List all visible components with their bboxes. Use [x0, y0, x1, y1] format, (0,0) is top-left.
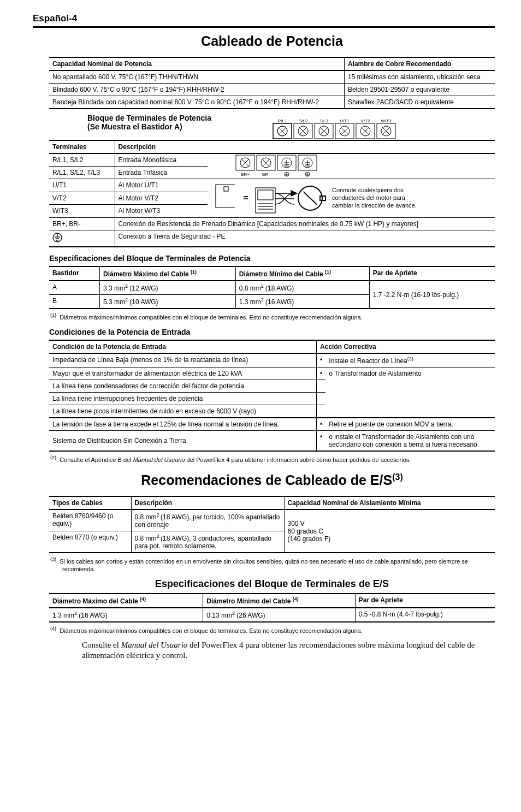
td: 1.3 mm2 (16 AWG) [49, 608, 203, 622]
cond-title: Condiciones de la Potencia de Entrada [49, 328, 495, 336]
td: Conexión de Resistencia de Frenado Dinám… [115, 218, 495, 230]
th-wire: Alambre de Cobre Recomendado [344, 57, 495, 70]
th-bastidor: Bastidor [49, 266, 100, 281]
td: W/T3 [49, 205, 115, 218]
td-action: o instale el Transformador de Aislamient… [325, 430, 495, 451]
td-par-apriete: 1.7 -2.2 N-m (16-19 lbs-pulg.) [369, 281, 495, 309]
td: Mayor que el transformador de alimentaci… [49, 367, 317, 380]
td-ground-symbol [49, 230, 115, 247]
terminal-row-top-icon: R/L1 S/L2 T/L3 U/T1 V/T2 W/T3 [272, 118, 398, 140]
th-par: Par de Apriete [355, 594, 495, 608]
footnote-4: (4) Diámetros máximos/mínimos compatible… [50, 626, 495, 635]
td: V/T2 [49, 192, 115, 205]
td: 3.3 mm2 (12 AWG) [100, 281, 236, 295]
terminal-block-title-l2: (Se Muestra el Bastidor A) [87, 122, 272, 131]
th-descripcion: Descripción [115, 140, 495, 153]
th-desc: Descripción [131, 496, 284, 509]
svg-rect-56 [224, 187, 228, 191]
power-spec-table: Bastidor Diámetro Máximo del Cable (1) D… [49, 266, 495, 309]
th-condition: Condición de la Potencia de Entrada [49, 340, 317, 353]
footnote-3: (3) Si los cables son cortos y están con… [50, 556, 495, 573]
td: Belden 8770 (o equiv.) [49, 531, 131, 553]
td: Blindado 600 V, 75°C o 90°C (167°F o 194… [49, 84, 344, 96]
page-header: Español-4 [33, 13, 495, 24]
td: Al Motor U/T1 [115, 179, 208, 192]
th-max-cable: Diámetro Máximo del Cable (1) [100, 266, 236, 281]
term-label-sl2: S/L2 [299, 118, 308, 123]
motor-note-l3: cambiar la dirección de avance. [332, 202, 417, 210]
th-cap: Capacidad Nominal de Aislamiento Mínima [284, 496, 495, 509]
td: Conexión a Tierra de Seguridad - PE [115, 230, 495, 247]
bullet: • [317, 353, 326, 368]
td: 0.8 mm2 (18 AWG), par torcido, 100% apan… [131, 509, 284, 531]
td: Al Motor W/T3 [115, 205, 208, 218]
td: La línea tiene condensadores de correcci… [49, 380, 317, 392]
td: Entrada Monofásica [115, 153, 208, 167]
ground-icon [52, 233, 62, 242]
io-cable-table: Tipos de Cables Descripción Capacidad No… [49, 496, 495, 553]
td: Belden 8760/9460 (o equiv.) [49, 509, 131, 531]
td: Bandeja Blindada con capacidad nominal 6… [49, 96, 344, 109]
td: 1.3 mm2 (16 AWG) [235, 295, 369, 309]
spec-title: Especificaciones del Bloque de Terminale… [49, 254, 495, 263]
td: 15 milésimas con aislamiento, ubicación … [344, 70, 495, 84]
svg-rect-58 [258, 190, 273, 200]
th-par-apriete: Par de Apriete [369, 266, 495, 281]
th-min: Diámetro Mínimo del Cable (4) [203, 594, 355, 608]
motor-note-l1: Conmute cualesquiera dos [332, 187, 417, 194]
motor-swap-diagram-icon: = [208, 179, 328, 217]
section-title-es: Recomendaciones de Cableado de E/S(3) [49, 472, 495, 488]
td: U/T1 [49, 179, 115, 192]
td: La línea tiene picos intermitentes de ru… [49, 405, 317, 418]
th-terminales: Terminales [49, 140, 115, 153]
td: R/L1, S/L2, T/L3 [49, 167, 115, 179]
td: 0.8 mm2 (18 AWG) [235, 281, 369, 295]
th-max: Diámetro Máximo del Cable (4) [49, 594, 203, 608]
terminal-block-title-l1: Bloque de Terminales de Potencia [87, 114, 272, 122]
th-action: Acción Correctiva [317, 340, 495, 353]
td: 5.3 mm2 (10 AWG) [100, 295, 236, 309]
td-action: Retire el puente de conexión MOV a tierr… [325, 418, 495, 431]
td: 0.8 mm2 (18 AWG), 3 conductores, apantal… [131, 531, 284, 553]
th-min-cable: Diámetro Mínimo del Cable (1) [235, 266, 369, 281]
td-action: o Transformador de Aislamiento [325, 367, 495, 418]
td: Sistema de Distribución Sin Conexión a T… [49, 430, 317, 451]
term-label-vt2: V/T2 [361, 118, 370, 123]
th-tipos: Tipos de Cables [49, 496, 131, 509]
td: Impedancia de Línea Baja (menos de 1% de… [49, 353, 317, 368]
td: Al Motor V/T2 [115, 192, 208, 205]
td: Shawflex 2ACD/3ACD o equivalente [344, 96, 495, 109]
td: Belden 29501-29507 o equivalente [344, 84, 495, 96]
term-label-tl3: T/L3 [319, 118, 329, 123]
td: La tensión de fase a tierra excede el 12… [49, 418, 317, 431]
motor-note-l2: conductores del motor para [332, 194, 417, 202]
td: Entrada Trifásica [115, 167, 208, 179]
bullet: • [317, 367, 326, 380]
input-cond-table: Condición de la Potencia de Entrada Acci… [49, 340, 495, 452]
td: A [49, 281, 100, 295]
td: 0.13 mm2 (26 AWG) [203, 608, 355, 622]
footnote-2: (2) Consulte el Apéndice B del Manual de… [50, 455, 495, 464]
term-label-br-plus: BR+ [241, 172, 250, 177]
td: B [49, 295, 100, 309]
bullet: • [317, 418, 326, 431]
td-action: Instale el Reactor de Línea(2) [325, 353, 495, 368]
td: BR+, BR- [49, 218, 115, 230]
bullet: • [317, 430, 326, 451]
closing-paragraph: Consulte el Manual del Usuario del Power… [82, 640, 495, 661]
section-title-cableado: Cableado de Potencia [49, 33, 495, 49]
td-insul: 300 V 60 grados C (140 grados F) [284, 509, 495, 553]
term-label-ut1: U/T1 [340, 118, 350, 123]
term-label-rl1: R/L1 [278, 118, 287, 123]
td: 0.5 -0.8 N-m (4.4-7 lbs-pulg.) [355, 608, 495, 622]
td: R/L1, S/L2 [49, 153, 115, 167]
io-spec-table: Diámetro Máximo del Cable (4) Diámetro M… [49, 593, 495, 623]
td: La línea tiene interrupciones frecuentes… [49, 392, 317, 405]
term-label-br-minus: BR- [262, 172, 270, 177]
terminal-table: Terminales Descripción R/L1, S/L2 Entrad… [49, 140, 495, 247]
header-rule [33, 26, 495, 28]
power-rating-table: Capacidad Nominal de Potencia Alambre de… [49, 57, 495, 109]
equals-label: = [243, 193, 248, 203]
term-label-wt3: W/T3 [381, 118, 392, 123]
terminal-row-bottom-icon: BR+ BR- [235, 154, 319, 177]
